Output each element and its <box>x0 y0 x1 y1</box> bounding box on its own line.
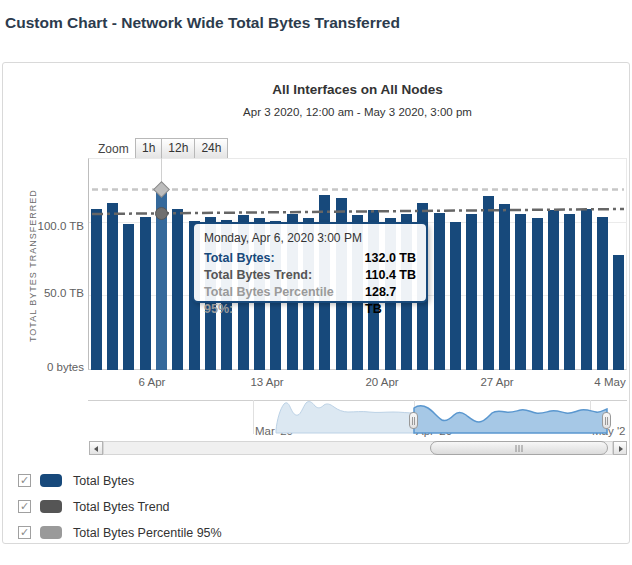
legend-checkbox[interactable]: ✓ <box>18 474 31 487</box>
legend-checkbox[interactable]: ✓ <box>18 500 31 513</box>
x-tick-label: 13 Apr <box>250 376 283 388</box>
zoom-label: Zoom <box>98 142 129 156</box>
bar[interactable] <box>597 217 608 370</box>
y-tick-label: 100.0 TB <box>14 220 84 232</box>
x-tick-label: 27 Apr <box>480 376 513 388</box>
tooltip-series-value: 110.4 TB <box>365 267 416 284</box>
tooltip-date: Monday, Apr 6, 2020 3:00 PM <box>204 231 416 245</box>
legend-row: ✓Total Bytes Percentile 95% <box>18 525 222 540</box>
zoom-1h-button[interactable]: 1h <box>135 138 162 159</box>
bar[interactable] <box>107 203 118 370</box>
legend-swatch <box>40 500 62 513</box>
bar[interactable] <box>564 214 575 370</box>
navigator-gridline-may <box>590 400 591 434</box>
bar[interactable] <box>140 217 151 370</box>
chart-subtitle: Apr 3 2020, 12:00 am - May 3 2020, 3:00 … <box>88 106 627 118</box>
chart-title: All Interfaces on All Nodes <box>88 82 627 97</box>
tooltip-series-value: 128.7 TB <box>365 284 416 318</box>
scrollbar-right-arrow-icon[interactable] <box>613 441 627 455</box>
tooltip-series-label: Total Bytes Trend: <box>204 267 312 284</box>
scrollbar-thumb[interactable] <box>430 441 608 455</box>
tooltip-rows: Total Bytes:132.0 TBTotal Bytes Trend:11… <box>204 250 416 318</box>
bar[interactable] <box>434 213 445 370</box>
zoom-12h-button[interactable]: 12h <box>161 138 195 159</box>
navigator[interactable] <box>88 400 627 434</box>
legend-swatch <box>40 474 62 487</box>
bar[interactable] <box>515 214 526 370</box>
bar[interactable] <box>91 209 102 370</box>
y-tick-label: 0 bytes <box>14 361 84 373</box>
bar[interactable] <box>123 224 134 370</box>
bar[interactable] <box>483 196 494 370</box>
tooltip-series-label: Total Bytes Percentile 95%: <box>204 284 365 318</box>
page: Custom Chart - Network Wide Total Bytes … <box>0 0 632 565</box>
tooltip-series-label: Total Bytes: <box>204 250 275 267</box>
y-axis-title: TOTAL BYTES TRANSFERRED <box>28 160 42 372</box>
legend-row: ✓Total Bytes Trend <box>18 499 170 514</box>
bar[interactable] <box>548 210 559 370</box>
navigator-month-label: Apr '20 <box>416 425 452 437</box>
hover-tooltip: Monday, Apr 6, 2020 3:00 PM Total Bytes:… <box>192 222 428 303</box>
legend-swatch <box>40 526 62 539</box>
tooltip-series-value: 132.0 TB <box>365 250 416 267</box>
scrollbar-left-arrow-icon[interactable] <box>89 441 103 455</box>
navigator-right-handle[interactable] <box>602 412 611 429</box>
bar[interactable] <box>581 209 592 370</box>
bar-highlighted[interactable] <box>156 188 167 370</box>
bar[interactable] <box>532 218 543 370</box>
zoom-button-group: 1h12h24h <box>135 138 228 159</box>
legend-row: ✓Total Bytes <box>18 473 134 488</box>
bar[interactable] <box>499 204 510 370</box>
navigator-left-handle[interactable] <box>409 412 418 429</box>
x-tick-label: 6 Apr <box>139 376 166 388</box>
y-tick-label: 50.0 TB <box>14 287 84 299</box>
legend-label[interactable]: Total Bytes Trend <box>73 500 170 514</box>
bar[interactable] <box>172 209 183 370</box>
tooltip-row: Total Bytes:132.0 TB <box>204 250 416 267</box>
bar[interactable] <box>466 214 477 370</box>
scrollbar-grip-icon <box>516 445 523 452</box>
page-title: Custom Chart - Network Wide Total Bytes … <box>5 14 400 32</box>
bar[interactable] <box>450 222 461 370</box>
navigator-month-label: Mar '20 <box>255 425 293 437</box>
navigator-gridline-mar <box>253 400 254 434</box>
x-tick-label: 4 May <box>594 376 625 388</box>
x-tick-label: 20 Apr <box>365 376 398 388</box>
legend-label[interactable]: Total Bytes <box>73 474 134 488</box>
legend-label[interactable]: Total Bytes Percentile 95% <box>73 526 222 540</box>
zoom-24h-button[interactable]: 24h <box>194 138 228 159</box>
tooltip-row: Total Bytes Trend:110.4 TB <box>204 267 416 284</box>
legend-checkbox[interactable]: ✓ <box>18 526 31 539</box>
tooltip-row: Total Bytes Percentile 95%:128.7 TB <box>204 284 416 318</box>
bar[interactable] <box>613 255 624 370</box>
